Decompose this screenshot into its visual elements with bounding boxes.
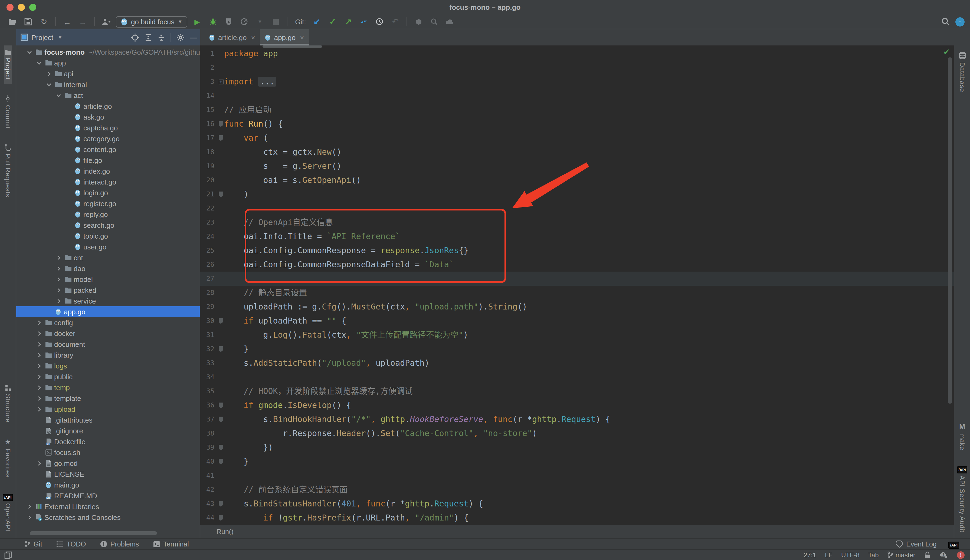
user-profile-icon[interactable] — [100, 16, 112, 27]
close-icon[interactable]: × — [251, 33, 255, 42]
chevron-right-icon[interactable] — [35, 461, 44, 466]
shelve-icon[interactable] — [413, 16, 425, 27]
tree-item-dao[interactable]: dao — [16, 263, 200, 274]
inspection-ok-icon[interactable]: ✔ — [943, 47, 950, 57]
history-icon[interactable] — [374, 16, 386, 27]
tree-item-topic.go[interactable]: topic.go — [16, 230, 200, 241]
fold-collapse-icon[interactable] — [219, 515, 223, 521]
tree-item-app.go[interactable]: app.go — [16, 306, 200, 317]
rollback-icon[interactable]: ↶ — [389, 16, 401, 27]
run-coverage-icon[interactable] — [222, 16, 234, 27]
fold-end-icon[interactable] — [219, 445, 223, 450]
tree-item-focus.sh[interactable]: focus.sh — [16, 447, 200, 458]
tree-item-focus-mono[interactable]: focus-mono~/Workspace/Go/GOPATH/src/gith… — [16, 47, 200, 57]
git-merge-icon[interactable] — [358, 16, 370, 27]
caret-position[interactable]: 27:1 — [803, 551, 816, 558]
fold-end-icon[interactable] — [219, 458, 223, 465]
tree-item-library[interactable]: library — [16, 350, 200, 360]
tool-window-switcher-icon[interactable] — [4, 551, 12, 558]
update-notification-icon[interactable]: ↑ — [955, 17, 965, 26]
tree-item-login.go[interactable]: login.go — [16, 187, 200, 198]
tool-window-button-terminal[interactable]: Terminal — [153, 540, 189, 548]
code-line-28[interactable]: 28 // 静态目录设置 — [200, 286, 954, 300]
chevron-right-icon[interactable] — [44, 71, 53, 76]
tool-window-button-structure[interactable]: Structure — [4, 381, 12, 427]
breadcrumb[interactable]: Run() — [200, 525, 954, 538]
code-line-41[interactable]: 41 — [200, 468, 954, 483]
back-icon[interactable]: ← — [61, 16, 73, 27]
code-line-3[interactable]: 3+import ... — [200, 75, 954, 89]
chevron-right-icon[interactable] — [35, 320, 44, 325]
project-view-chevron-icon[interactable]: ▼ — [58, 35, 62, 40]
code-line-35[interactable]: 35 // HOOK，开发阶段禁止浏览器缓存,方便调试 — [200, 384, 954, 398]
cloud-icon[interactable] — [444, 16, 456, 27]
debug-button[interactable] — [207, 16, 219, 27]
code-line-21[interactable]: 21 ) — [200, 187, 954, 201]
tree-item-main.go[interactable]: main.go — [16, 479, 200, 490]
fold-collapse-icon[interactable] — [219, 135, 223, 141]
tree-item-LICENSE[interactable]: LICENSE — [16, 468, 200, 479]
editor-tab-article.go[interactable]: article.go× — [204, 29, 260, 45]
chevron-down-icon[interactable] — [54, 93, 63, 98]
git-update-icon[interactable]: ↙ — [311, 16, 323, 27]
code-line-14[interactable]: 14 — [200, 89, 954, 103]
tree-item-public[interactable]: public — [16, 371, 200, 382]
code-line-43[interactable]: 43 s.BindStatusHandler(401, func(r *ghtt… — [200, 497, 954, 511]
run-configuration-select[interactable]: go build focus ▼ — [116, 16, 187, 27]
expand-all-icon[interactable] — [145, 33, 152, 42]
tree-item-act[interactable]: act — [16, 90, 200, 101]
fatal-error-indicator[interactable]: ! — [957, 551, 965, 558]
tree-item-interact.go[interactable]: interact.go — [16, 177, 200, 187]
tree-item-cnt[interactable]: cnt — [16, 252, 200, 263]
tree-item-document[interactable]: document — [16, 339, 200, 350]
code-line-34[interactable]: 34 — [200, 370, 954, 384]
tool-window-button-git[interactable]: Git — [24, 540, 42, 548]
tree-item-.gitattributes[interactable]: .gitattributes — [16, 415, 200, 425]
chevron-right-icon[interactable] — [35, 374, 44, 379]
chevron-right-icon[interactable] — [25, 515, 34, 520]
indent-style[interactable]: Tab — [868, 551, 879, 558]
tool-window-button-problems[interactable]: Problems — [100, 540, 139, 548]
tree-item-config[interactable]: config — [16, 317, 200, 328]
tree-item-go.mod[interactable]: go.mod — [16, 458, 200, 468]
chevron-right-icon[interactable] — [35, 407, 44, 412]
chevron-right-icon[interactable] — [35, 396, 44, 401]
code-line-1[interactable]: 1package app — [200, 47, 954, 61]
profiler-icon[interactable] — [238, 16, 250, 27]
code-line-42[interactable]: 42 // 前台系统自定义错误页面 — [200, 483, 954, 497]
tree-item-file.go[interactable]: file.go — [16, 155, 200, 165]
open-folder-icon[interactable] — [7, 16, 18, 27]
git-branch-widget[interactable]: master — [887, 551, 915, 558]
tool-window-button-audit-problems[interactable]: /API — [948, 540, 962, 548]
fold-collapse-icon[interactable] — [219, 318, 223, 324]
settings-gear-icon[interactable] — [177, 33, 185, 42]
project-tree-hscrollbar[interactable] — [30, 531, 157, 535]
run-button[interactable]: ▶ — [191, 16, 203, 27]
code-line-38[interactable]: 38 r.Response.Header().Set("Cache-Contro… — [200, 427, 954, 440]
hide-panel-icon[interactable]: — — [190, 33, 197, 42]
stop-button[interactable] — [270, 16, 282, 27]
tool-window-button-project[interactable]: Project — [4, 45, 12, 84]
chevron-right-icon[interactable] — [35, 331, 44, 336]
fold-collapse-icon[interactable] — [219, 402, 223, 408]
chevron-right-icon[interactable] — [54, 288, 63, 292]
sync-icon[interactable]: ↻ — [38, 16, 50, 27]
forward-icon[interactable]: → — [77, 16, 89, 27]
tree-item-index.go[interactable]: index.go — [16, 165, 200, 177]
tree-item-model[interactable]: model — [16, 274, 200, 285]
line-separator[interactable]: LF — [825, 551, 833, 558]
tree-item-External Libraries[interactable]: External Libraries — [16, 501, 200, 512]
code-editor[interactable]: 1package app23+import ...1415// 应用启动16fu… — [200, 45, 954, 525]
fold-collapse-icon[interactable] — [219, 121, 223, 127]
code-line-32[interactable]: 32 } — [200, 342, 954, 356]
tree-item-template[interactable]: template — [16, 393, 200, 403]
code-line-18[interactable]: 18 ctx = gctx.New() — [200, 145, 954, 159]
code-line-29[interactable]: 29 uploadPath := g.Cfg().MustGet(ctx, "u… — [200, 300, 954, 314]
chevron-right-icon[interactable] — [35, 353, 44, 357]
profiler-chevron-icon[interactable]: ▼ — [254, 16, 266, 27]
close-icon[interactable]: × — [300, 33, 304, 42]
find-in-path-icon[interactable] — [428, 16, 440, 27]
fold-end-icon[interactable] — [219, 191, 223, 197]
collapse-all-icon[interactable] — [157, 33, 165, 42]
chevron-right-icon[interactable] — [54, 255, 63, 260]
